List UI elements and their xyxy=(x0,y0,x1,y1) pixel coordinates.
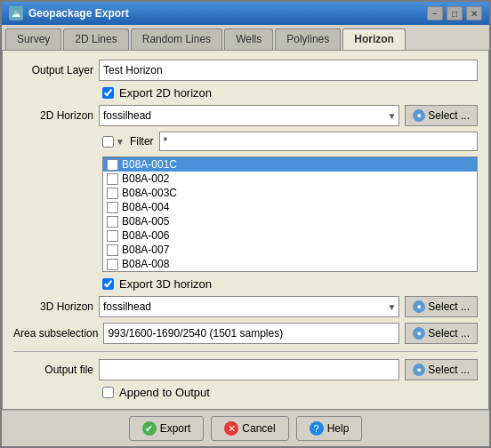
export-button[interactable]: ✔ Export xyxy=(129,416,205,441)
list-item[interactable]: B08A-008 xyxy=(103,257,477,271)
list-item-label: B08A-003C xyxy=(122,187,177,199)
tab-horizon[interactable]: Horizon xyxy=(342,28,406,50)
title-bar: ⛰ Geopackage Export − □ ✕ xyxy=(2,2,489,25)
horizon-2d-select-btn[interactable]: ● Select ... xyxy=(405,105,478,126)
filter-check-wrap: ▼ xyxy=(102,136,125,148)
output-layer-label: Output Layer xyxy=(13,64,93,76)
window-title: Geopackage Export xyxy=(28,7,129,20)
horizon-3d-select-icon: ● xyxy=(413,300,425,313)
cancel-button[interactable]: ✕ Cancel xyxy=(211,416,288,441)
export-icon: ✔ xyxy=(142,421,157,436)
list-item-checkbox[interactable] xyxy=(107,216,118,228)
divider xyxy=(13,351,478,352)
export-2d-label: Export 2D horizon xyxy=(119,86,212,100)
help-icon: ? xyxy=(310,421,324,436)
list-item-label: B08A-007 xyxy=(122,244,169,256)
list-item-checkbox[interactable] xyxy=(107,202,118,213)
area-subselection-label: Area subselection xyxy=(13,327,98,340)
list-container[interactable]: B08A-001C B08A-002 B08A-003C B08A-004 B0… xyxy=(102,156,478,272)
list-item-checkbox[interactable] xyxy=(107,188,118,199)
list-item[interactable]: B08A-009 xyxy=(103,271,477,272)
horizon-2d-select-icon: ● xyxy=(413,109,425,122)
list-item-label: B08A-002 xyxy=(122,172,169,185)
list-item-checkbox[interactable] xyxy=(107,173,118,185)
list-item-label: B08A-006 xyxy=(122,229,169,242)
output-layer-row: Output Layer xyxy=(13,60,478,81)
export-3d-row: Export 3D horizon xyxy=(13,277,478,291)
horizon-3d-row: 3D Horizon fossilhead ▼ ● Select ... xyxy=(13,296,478,317)
output-file-select-label: Select ... xyxy=(428,364,470,376)
main-window: ⛰ Geopackage Export − □ ✕ Survey 2D Line… xyxy=(0,0,491,448)
append-label: Append to Output xyxy=(119,386,210,399)
horizon-2d-select-label: Select ... xyxy=(428,109,470,122)
list-item-checkbox[interactable] xyxy=(107,259,118,270)
filter-row: ▼ Filter xyxy=(13,132,478,151)
filter-checkbox[interactable] xyxy=(102,136,114,148)
cancel-label: Cancel xyxy=(242,422,275,435)
list-item-label: B08A-008 xyxy=(122,258,169,270)
list-item-checkbox[interactable] xyxy=(107,244,118,256)
filter-input[interactable] xyxy=(159,132,478,151)
horizon-2d-label: 2D Horizon xyxy=(13,109,93,122)
filter-label: Filter xyxy=(130,135,154,148)
horizon-3d-label: 3D Horizon xyxy=(13,300,93,313)
horizon-3d-combo-wrap: fossilhead ▼ xyxy=(99,296,399,317)
list-item[interactable]: B08A-001C xyxy=(103,157,477,172)
horizon-3d-select-btn[interactable]: ● Select ... xyxy=(405,296,478,317)
filter-dropdown-icon: ▼ xyxy=(116,137,125,147)
output-layer-input[interactable] xyxy=(99,60,478,81)
export-2d-checkbox[interactable] xyxy=(102,87,114,99)
minimize-btn[interactable]: − xyxy=(427,6,443,20)
maximize-btn[interactable]: □ xyxy=(447,6,463,20)
list-item-label: B08A-001C xyxy=(122,158,177,171)
horizon-3d-select[interactable]: fossilhead xyxy=(99,296,399,317)
output-file-input[interactable] xyxy=(99,359,399,380)
title-buttons: − □ ✕ xyxy=(427,6,482,20)
output-file-select-btn[interactable]: ● Select ... xyxy=(405,359,478,380)
cancel-icon: ✕ xyxy=(224,421,238,436)
content-area: Output Layer Export 2D horizon 2D Horizo… xyxy=(2,50,489,410)
list-item-label: B08A-004 xyxy=(122,201,169,213)
footer-buttons: ✔ Export ✕ Cancel ? Help xyxy=(2,410,489,446)
help-button[interactable]: ? Help xyxy=(296,416,363,441)
list-item[interactable]: B08A-002 xyxy=(103,172,477,186)
area-subselection-select-icon: ● xyxy=(413,327,425,340)
list-item-label: B08A-005 xyxy=(122,215,169,228)
tab-2d-lines[interactable]: 2D Lines xyxy=(63,28,128,50)
tab-polylines[interactable]: Polylines xyxy=(275,28,341,50)
export-label: Export xyxy=(160,422,191,435)
append-checkbox[interactable] xyxy=(102,387,114,398)
help-label: Help xyxy=(327,422,350,435)
horizon-2d-combo-wrap: fossilhead ▼ xyxy=(99,105,399,126)
horizon-3d-select-label: Select ... xyxy=(428,300,470,313)
close-btn[interactable]: ✕ xyxy=(466,6,482,20)
list-item[interactable]: B08A-005 xyxy=(103,214,477,228)
area-subselection-input[interactable] xyxy=(103,323,399,344)
area-subselection-select-label: Select ... xyxy=(428,327,470,340)
export-2d-row: Export 2D horizon xyxy=(13,86,478,100)
tab-random-lines[interactable]: Random Lines xyxy=(131,28,222,50)
app-icon: ⛰ xyxy=(9,6,23,20)
tab-wells[interactable]: Wells xyxy=(224,28,273,50)
output-file-label: Output file xyxy=(13,364,93,376)
list-item-checkbox[interactable] xyxy=(107,230,118,242)
title-bar-left: ⛰ Geopackage Export xyxy=(9,6,129,20)
tabs-bar: Survey 2D Lines Random Lines Wells Polyl… xyxy=(2,25,489,50)
output-file-select-icon: ● xyxy=(413,364,425,376)
list-item-checkbox[interactable] xyxy=(107,159,118,171)
area-subselection-select-btn[interactable]: ● Select ... xyxy=(405,323,478,344)
list-item[interactable]: B08A-006 xyxy=(103,228,477,243)
list-item[interactable]: B08A-007 xyxy=(103,243,477,257)
list-item[interactable]: B08A-004 xyxy=(103,200,477,214)
list-item[interactable]: B08A-003C xyxy=(103,186,477,200)
horizon-2d-row: 2D Horizon fossilhead ▼ ● Select ... xyxy=(13,105,478,126)
export-3d-label: Export 3D horizon xyxy=(119,277,212,291)
append-row: Append to Output xyxy=(13,386,478,399)
area-subselection-row: Area subselection ● Select ... xyxy=(13,323,478,344)
tab-survey[interactable]: Survey xyxy=(5,28,61,50)
output-file-row: Output file ● Select ... xyxy=(13,359,478,380)
export-3d-checkbox[interactable] xyxy=(102,278,114,290)
horizon-2d-select[interactable]: fossilhead xyxy=(99,105,399,126)
